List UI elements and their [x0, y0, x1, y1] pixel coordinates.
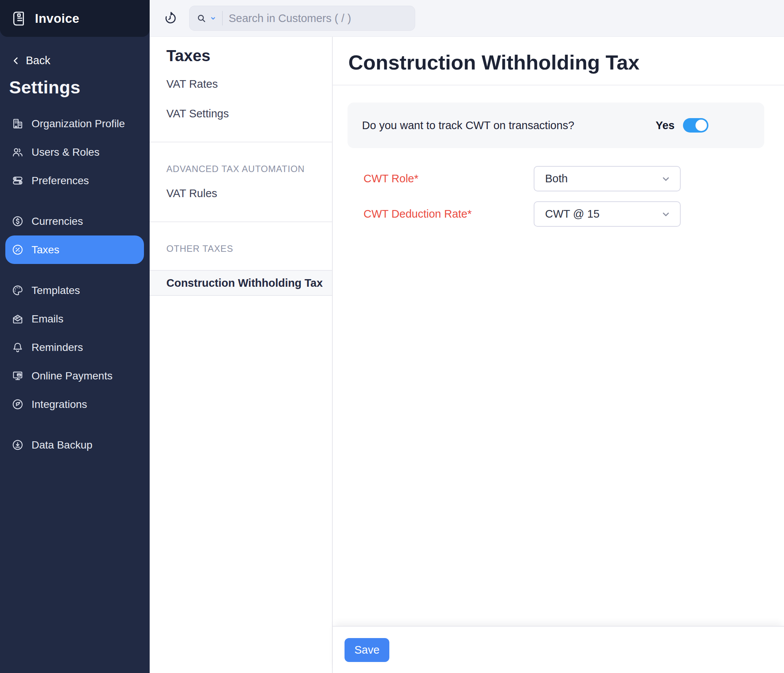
- search-input[interactable]: [229, 12, 408, 25]
- main-content: Construction Withholding Tax Do you want…: [333, 37, 784, 673]
- back-button[interactable]: Back: [11, 54, 68, 67]
- global-search: [189, 6, 415, 31]
- sidebar-item-data-backup[interactable]: Data Backup: [0, 431, 150, 459]
- sidebar-item-label: Data Backup: [32, 439, 92, 451]
- cwt-form: CWT Role* Both CWT Deduction Rate* CWT @…: [333, 166, 784, 227]
- sidebar-item-label: Emails: [32, 313, 63, 325]
- cwt-deduction-rate-label: CWT Deduction Rate*: [364, 208, 534, 220]
- save-button[interactable]: Save: [345, 638, 389, 662]
- users-icon: [11, 146, 24, 158]
- chevron-down-icon: [661, 174, 671, 184]
- sidebar-item-label: Reminders: [32, 341, 83, 354]
- section-divider: [150, 142, 332, 142]
- monitor-card-icon: [11, 370, 24, 382]
- palette-icon: [11, 284, 24, 297]
- search-scope-chevron-icon[interactable]: [210, 15, 216, 21]
- invoice-logo-icon: [10, 10, 27, 27]
- list-item-vat-settings[interactable]: VAT Settings: [150, 103, 332, 124]
- percent-circle-icon: [11, 243, 24, 256]
- cwt-deduction-rate-row: CWT Deduction Rate* CWT @ 15: [333, 201, 784, 227]
- nav-group-gap: [0, 195, 150, 207]
- footer-bar: Save: [333, 626, 784, 673]
- settings-nav: Organization Profile Users & Roles: [0, 109, 150, 459]
- sidebar-item-organization-profile[interactable]: Organization Profile: [0, 109, 150, 138]
- sidebar-item-label: Integrations: [32, 398, 87, 411]
- toggles-icon: [11, 174, 24, 187]
- section-header-other-taxes: OTHER TAXES: [150, 243, 332, 254]
- track-cwt-question: Do you want to track CWT on transactions…: [362, 119, 656, 132]
- section-header-advanced-tax-automation: ADVANCED TAX AUTOMATION: [150, 164, 332, 174]
- topbar: [150, 0, 784, 37]
- settings-title: Settings: [9, 77, 150, 98]
- sidebar-item-templates[interactable]: Templates: [0, 276, 150, 305]
- list-item-construction-withholding-tax[interactable]: Construction Withholding Tax: [150, 270, 332, 296]
- sidebar-item-emails[interactable]: Emails: [0, 305, 150, 333]
- back-label: Back: [26, 54, 50, 67]
- cwt-role-label: CWT Role*: [364, 172, 534, 185]
- cwt-role-row: CWT Role* Both: [333, 166, 784, 191]
- nav-group-gap: [0, 419, 150, 431]
- sidebar-item-users-roles[interactable]: Users & Roles: [0, 138, 150, 166]
- chevron-left-icon: [11, 56, 21, 65]
- cwt-role-select[interactable]: Both: [534, 166, 681, 191]
- bell-icon: [11, 341, 24, 354]
- sidebar-item-online-payments[interactable]: Online Payments: [0, 362, 150, 390]
- sidebar-item-label: Online Payments: [32, 370, 112, 382]
- track-cwt-panel: Do you want to track CWT on transactions…: [348, 103, 764, 148]
- page-title: Construction Withholding Tax: [333, 37, 784, 74]
- taxes-panel-title: Taxes: [150, 37, 332, 65]
- app-title: Invoice: [35, 11, 79, 26]
- list-item-vat-rules[interactable]: VAT Rules: [150, 183, 332, 204]
- title-divider: [333, 85, 784, 85]
- sidebar-item-preferences[interactable]: Preferences: [0, 166, 150, 195]
- dollar-circle-icon: [11, 215, 24, 227]
- cwt-role-value: Both: [545, 172, 568, 185]
- sidebar-item-currencies[interactable]: Currencies: [0, 207, 150, 235]
- search-icon: [196, 13, 207, 24]
- taxes-panel: Taxes VAT Rates VAT Settings ADVANCED TA…: [150, 37, 333, 673]
- app-logo: Invoice: [0, 0, 150, 37]
- cwt-deduction-rate-value: CWT @ 15: [545, 208, 599, 220]
- nav-group-gap: [0, 264, 150, 276]
- section-divider: [150, 221, 332, 222]
- download-circle-icon: [11, 439, 24, 451]
- sidebar-item-label: Organization Profile: [32, 118, 125, 130]
- list-item-vat-rates[interactable]: VAT Rates: [150, 73, 332, 95]
- search-divider: [222, 11, 223, 25]
- toggle-knob: [695, 120, 707, 131]
- plug-circle-icon: [11, 398, 24, 411]
- sidebar-item-taxes[interactable]: Taxes: [5, 235, 144, 264]
- sidebar-item-reminders[interactable]: Reminders: [0, 333, 150, 362]
- cwt-deduction-rate-select[interactable]: CWT @ 15: [534, 201, 681, 227]
- sidebar-item-label: Users & Roles: [32, 146, 100, 158]
- sidebar: Invoice Back Settings Organization Profi…: [0, 0, 150, 673]
- recent-history-icon[interactable]: [163, 11, 177, 25]
- chevron-down-icon: [661, 209, 671, 219]
- sidebar-item-label: Preferences: [32, 175, 89, 187]
- sidebar-item-label: Templates: [32, 284, 80, 297]
- app-window: Invoice Back Settings Organization Profi…: [0, 0, 784, 673]
- sidebar-item-integrations[interactable]: Integrations: [0, 390, 150, 419]
- sidebar-item-label: Currencies: [32, 215, 83, 227]
- track-cwt-toggle[interactable]: [683, 118, 708, 133]
- sidebar-item-label: Taxes: [32, 244, 59, 256]
- building-icon: [11, 117, 24, 130]
- envelope-icon: [11, 313, 24, 325]
- toggle-value-label: Yes: [656, 119, 675, 132]
